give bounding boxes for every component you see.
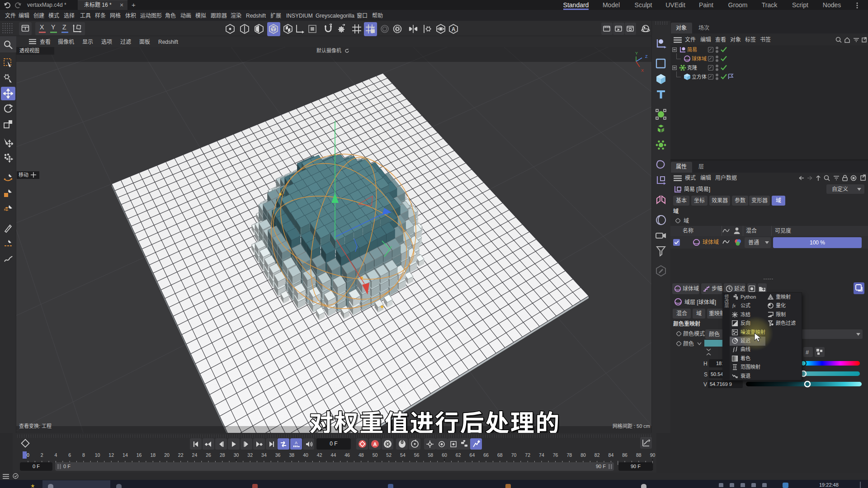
svg-text:fx: fx	[732, 303, 736, 308]
svg-text:X: X	[641, 68, 644, 73]
svg-text:Y: Y	[635, 51, 638, 56]
svg-text:A: A	[373, 441, 377, 447]
svg-text:A: A	[295, 441, 297, 445]
svg-text:A: A	[452, 26, 456, 33]
svg-text:Z: Z	[645, 54, 648, 59]
